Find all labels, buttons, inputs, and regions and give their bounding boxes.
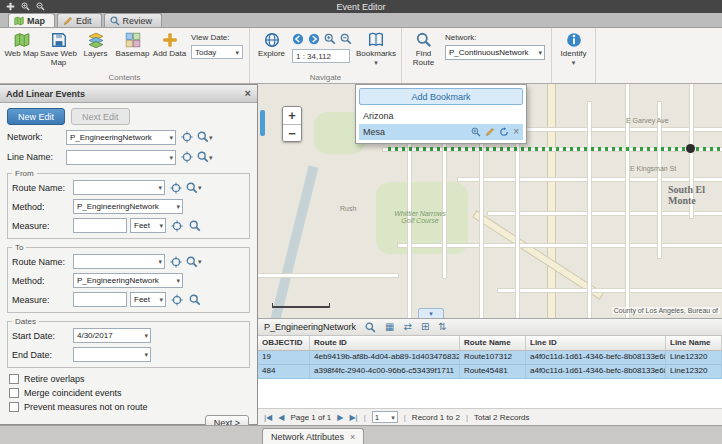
last-page-button[interactable]: ▶| <box>349 413 357 422</box>
bookmark-edit-icon[interactable] <box>485 127 495 137</box>
from-group: From Route Name: ▾ ▾ Method: P_Engineeri… <box>7 169 250 239</box>
add-data-button[interactable]: Add Data <box>151 29 188 73</box>
column-header-line-name[interactable]: Line Name <box>666 336 722 350</box>
toolbar-network-select[interactable]: P_ContinuousNetwork ▾ <box>445 45 545 60</box>
bookmark-zoom-icon[interactable] <box>471 127 481 137</box>
checkbox-label: Prevent measures not on route <box>24 402 148 412</box>
map-scalebar <box>272 303 330 308</box>
map-canvas[interactable]: E Garvey Ave E Kingsman St Rush Whittier… <box>258 84 722 318</box>
web-map-button[interactable]: Web Map <box>3 29 40 73</box>
chevron-down-icon: ▾ <box>572 59 576 66</box>
column-header-objectid[interactable]: OBJECTID <box>258 336 310 350</box>
from-pick-measure-icon[interactable] <box>169 218 184 234</box>
network-zoom-icon[interactable]: ▾ <box>197 129 213 145</box>
bookmarks-label: Bookmarks <box>356 49 396 58</box>
save-web-map-button[interactable]: Save Web Map <box>40 29 77 73</box>
from-route-zoom-icon[interactable]: ▾ <box>186 180 202 196</box>
previous-extent-icon[interactable] <box>292 33 304 45</box>
from-method-select[interactable]: P_EngineeringNetwork ▾ <box>73 199 183 214</box>
table-row[interactable]: 484 a398f4fc-2940-4c00-96b6-c53439f1711 … <box>258 365 722 379</box>
from-measure-input[interactable] <box>73 218 127 233</box>
add-data-label: Add Data <box>153 49 186 58</box>
next-edit-button[interactable]: Next Edit <box>71 108 130 125</box>
page-select[interactable]: 1 ▾ <box>372 411 398 423</box>
first-page-button[interactable]: |◀ <box>264 413 272 422</box>
cell-line-id: a4f0c11d-1d61-4346-befc-8b08133e681e <box>526 351 666 364</box>
bookmark-delete-icon[interactable]: × <box>513 127 519 137</box>
select-line-on-map-icon[interactable] <box>179 149 194 165</box>
cell-line-id: a4f0c11d-1d61-4346-befc-8b08133e681e <box>526 365 666 378</box>
to-route-zoom-icon[interactable]: ▾ <box>186 254 202 270</box>
column-header-line-id[interactable]: Line ID <box>526 336 666 350</box>
column-header-route-id[interactable]: Route ID <box>310 336 460 350</box>
panel-collapse-handle[interactable] <box>260 110 265 136</box>
to-method-select[interactable]: P_EngineeringNetwork ▾ <box>73 273 183 288</box>
map-zoom-in-icon[interactable] <box>324 33 336 45</box>
find-route-button[interactable]: Find Route <box>405 29 442 73</box>
bookmark-item-arizona[interactable]: Arizona <box>359 108 523 124</box>
bookmarks-button[interactable]: Bookmarks ▾ <box>354 29 398 73</box>
calendar-dropdown-icon: ▾ <box>144 351 148 358</box>
retire-overlaps-checkbox[interactable]: Retire overlaps <box>9 374 248 384</box>
to-group: To Route Name: ▾ ▾ Method: P_Engineering… <box>7 243 250 313</box>
to-route-name-select[interactable]: ▾ <box>73 254 165 269</box>
identify-button[interactable]: Identify ▾ <box>555 29 592 73</box>
from-measure-zoom-icon[interactable] <box>187 218 202 234</box>
zoom-out-button[interactable]: − <box>283 124 301 141</box>
sort-icon[interactable]: ⇅ <box>438 322 446 332</box>
app-title: Event Editor <box>0 2 722 12</box>
next-page-button[interactable]: ▶ <box>337 413 343 422</box>
view-date-select[interactable]: Today ▾ <box>191 45 243 59</box>
to-unit-select[interactable]: Feet ▾ <box>130 292 166 307</box>
column-header-route-name[interactable]: Route Name <box>460 336 526 350</box>
scale-input[interactable]: 1 : 34,112 <box>292 49 350 63</box>
from-unit-select[interactable]: Feet ▾ <box>130 218 166 233</box>
layers-button[interactable]: Layers <box>77 29 114 73</box>
explore-button[interactable]: Explore <box>253 29 290 73</box>
new-edit-button[interactable]: New Edit <box>7 108 65 125</box>
line-name-select[interactable]: ▾ <box>66 150 176 165</box>
chevron-down-icon: ▾ <box>176 203 180 210</box>
zoom-to-selection-icon[interactable] <box>365 322 376 333</box>
table-grid-icon[interactable]: ▦ <box>385 322 394 332</box>
to-measure-zoom-icon[interactable] <box>187 292 202 308</box>
bookmark-item-mesa[interactable]: Mesa × <box>359 124 523 140</box>
to-measure-input[interactable] <box>73 292 127 307</box>
to-select-route-on-map-icon[interactable] <box>168 254 183 270</box>
toolbar-network-label: Network: <box>445 33 545 42</box>
close-tab-icon[interactable]: × <box>350 432 355 442</box>
from-route-name-select[interactable]: ▾ <box>73 180 165 195</box>
table-row[interactable]: 19 4eb9419b-af8b-4d04-ab89-1d403476832b … <box>258 351 722 365</box>
find-route-label: Find Route <box>405 49 442 67</box>
start-date-input[interactable]: 4/30/2017 ▾ <box>73 328 151 343</box>
tab-network-attributes-label: Network Attributes <box>271 432 344 442</box>
next-extent-icon[interactable] <box>308 33 320 45</box>
cell-line-name: Line12320 <box>666 365 722 378</box>
prevent-measures-checkbox[interactable]: Prevent measures not on route <box>9 402 248 412</box>
table-collapse-handle[interactable]: ▾ <box>418 308 444 318</box>
map-zoom-out-icon[interactable] <box>340 33 352 45</box>
line-zoom-icon[interactable]: ▾ <box>197 149 213 165</box>
panel-close-icon[interactable]: × <box>245 88 251 99</box>
previous-page-button[interactable]: ◀ <box>278 413 284 422</box>
tab-review[interactable]: Review <box>104 13 163 27</box>
bookmark-label: Arizona <box>363 111 394 121</box>
end-date-label: End Date: <box>12 350 70 360</box>
from-select-route-on-map-icon[interactable] <box>168 180 183 196</box>
tab-map[interactable]: Map <box>8 13 55 27</box>
select-network-on-map-icon[interactable] <box>179 129 194 145</box>
basemap-button[interactable]: Basemap <box>114 29 151 73</box>
zoom-in-button[interactable]: + <box>283 107 301 124</box>
merge-coincident-events-checkbox[interactable]: Merge coincident events <box>9 388 248 398</box>
road <box>258 274 398 277</box>
end-date-input[interactable]: ▾ <box>73 347 151 362</box>
network-select[interactable]: P_EngineeringNetwork ▾ <box>66 130 176 145</box>
bookmark-refresh-icon[interactable] <box>499 127 509 137</box>
to-pick-measure-icon[interactable] <box>169 292 184 308</box>
table-empty-area <box>258 379 722 408</box>
tab-edit[interactable]: Edit <box>57 13 102 27</box>
tab-network-attributes[interactable]: Network Attributes × <box>262 428 364 444</box>
add-selection-icon[interactable]: ⊞ <box>421 322 429 332</box>
add-bookmark-button[interactable]: Add Bookmark <box>359 88 523 105</box>
switch-selection-icon[interactable]: ⇄ <box>404 322 412 332</box>
